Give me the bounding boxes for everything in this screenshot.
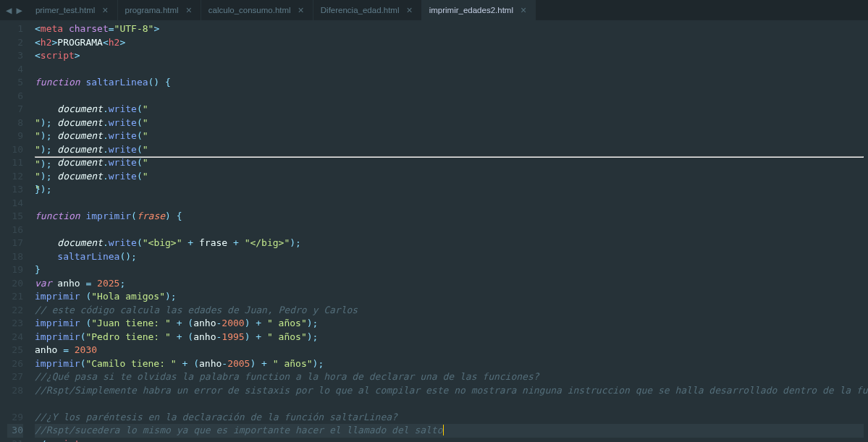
code-line[interactable]: </script>: [35, 438, 864, 443]
line-number: 2: [7, 36, 23, 50]
code-line[interactable]: function saltarLinea() {: [35, 76, 864, 90]
code-line[interactable]: document.write("");: [35, 170, 864, 184]
code-line[interactable]: [35, 90, 864, 103]
code-line[interactable]: imprimir("Camilo tiene: " + (anho-2005) …: [35, 357, 864, 371]
nav-forward-icon[interactable]: ▶: [14, 4, 23, 16]
line-number: 30: [7, 424, 23, 438]
line-number: 23: [7, 317, 23, 331]
code-line[interactable]: document.write("<big>" + frase + "</big>…: [35, 237, 864, 250]
nav-back-icon[interactable]: ◀: [4, 4, 13, 16]
close-icon[interactable]: ×: [405, 4, 413, 16]
gutter: 1 2 3 4 5 6 7 8 9 10 11 12 13 14 15 16 1…: [0, 20, 30, 442]
line-number: 13: [7, 183, 23, 197]
code-line[interactable]: //Rspt/Simplemente habra un error de sis…: [35, 384, 864, 398]
line-number: 1: [7, 22, 23, 36]
tab-imprimir-edades2[interactable]: imprimir_edades2.html×: [422, 0, 536, 20]
code-line[interactable]: imprimir("Pedro tiene: " + (anho-1995) +…: [35, 331, 864, 344]
line-number: 14: [7, 197, 23, 211]
line-number: 27: [7, 370, 23, 384]
line-number: 26: [7, 357, 23, 371]
code-line[interactable]: // este código calcula las edades de Jua…: [35, 304, 864, 318]
code-line[interactable]: }: [35, 183, 864, 197]
editor: 1 2 3 4 5 6 7 8 9 10 11 12 13 14 15 16 1…: [0, 20, 868, 442]
line-number: 5: [7, 76, 23, 90]
line-number: 18: [7, 250, 23, 264]
code-line[interactable]: document.write("");: [35, 143, 864, 157]
code-line[interactable]: saltarLinea();: [35, 250, 864, 264]
line-number: 12: [7, 170, 23, 184]
tab-programa[interactable]: programa.html×: [118, 0, 201, 20]
tab-diferencia-edad[interactable]: Diferencia_edad.html×: [313, 0, 422, 20]
close-icon[interactable]: ×: [519, 4, 528, 16]
top-bar: ◀ ▶ primer_test.html× programa.html× cal…: [0, 0, 868, 20]
tab-calculo-consumo[interactable]: calculo_consumo.html×: [201, 0, 313, 20]
tab-label: calculo_consumo.html: [208, 6, 291, 14]
code-line[interactable]: <h2>PROGRAMA<h2>: [35, 36, 864, 50]
code-line[interactable]: <script>: [35, 49, 864, 63]
line-number: 20: [7, 277, 23, 291]
tab-primer-test[interactable]: primer_test.html×: [28, 0, 118, 20]
close-icon[interactable]: ×: [185, 4, 193, 16]
code-line[interactable]: anho = 2030: [35, 344, 864, 357]
line-number: 4: [7, 63, 23, 77]
code-line[interactable]: imprimir ("Hola amigos");: [35, 290, 864, 304]
tab-label: programa.html: [125, 6, 179, 14]
code-line[interactable]: document.write("");: [35, 129, 864, 143]
code-line[interactable]: document.write("");: [35, 116, 864, 130]
line-number: 22: [7, 304, 23, 318]
code-line[interactable]: document.write("");: [35, 103, 864, 116]
line-number: 16: [7, 224, 23, 237]
line-number: 8: [7, 116, 23, 130]
code-line[interactable]: function imprimir(frase) {: [35, 210, 864, 224]
code-line[interactable]: <meta charset="UTF-8">: [35, 22, 864, 36]
line-number: 19: [7, 263, 23, 277]
line-number: 21: [7, 290, 23, 304]
line-number: 6: [7, 90, 23, 103]
tab-label: imprimir_edades2.html: [429, 6, 513, 14]
line-number: 28: [7, 384, 23, 398]
code-line[interactable]: //¿Qué pasa si te olvidas la palabra fun…: [35, 370, 864, 384]
line-number: 25: [7, 344, 23, 357]
line-number: 24: [7, 331, 23, 344]
code-line[interactable]: imprimir ("Juan tiene: " + (anho-2000) +…: [35, 317, 864, 331]
code-line[interactable]: [35, 197, 864, 211]
tab-bar: primer_test.html× programa.html× calculo…: [28, 0, 868, 20]
line-number: 15: [7, 210, 23, 224]
code-line[interactable]: [35, 224, 864, 237]
code-line[interactable]: document.write("");: [35, 156, 864, 170]
close-icon[interactable]: ×: [297, 4, 306, 16]
code-line[interactable]: var anho = 2025;: [35, 277, 864, 291]
line-number: 29: [7, 411, 23, 425]
line-number: 3: [7, 49, 23, 63]
code-line[interactable]: //¿Y los paréntesis en la declaración de…: [35, 411, 864, 425]
line-number: 17: [7, 237, 23, 250]
close-icon[interactable]: ×: [101, 4, 109, 16]
code-area[interactable]: <meta charset="UTF-8"><h2>PROGRAMA<h2><s…: [30, 20, 868, 442]
line-number: 10: [7, 143, 23, 157]
line-number: [7, 397, 23, 411]
tab-label: primer_test.html: [35, 6, 95, 14]
line-number: 7: [7, 103, 23, 116]
line-number: 31: [7, 438, 23, 443]
line-number: 9: [7, 129, 23, 143]
code-line[interactable]: [35, 397, 864, 411]
code-line[interactable]: //Rspt/sucedera lo mismo ya que es impor…: [35, 424, 864, 438]
line-number: 11: [7, 156, 23, 170]
code-line[interactable]: [35, 63, 864, 77]
nav-arrows: ◀ ▶: [0, 0, 28, 20]
code-line[interactable]: }: [35, 263, 864, 277]
tab-label: Diferencia_edad.html: [321, 6, 400, 14]
